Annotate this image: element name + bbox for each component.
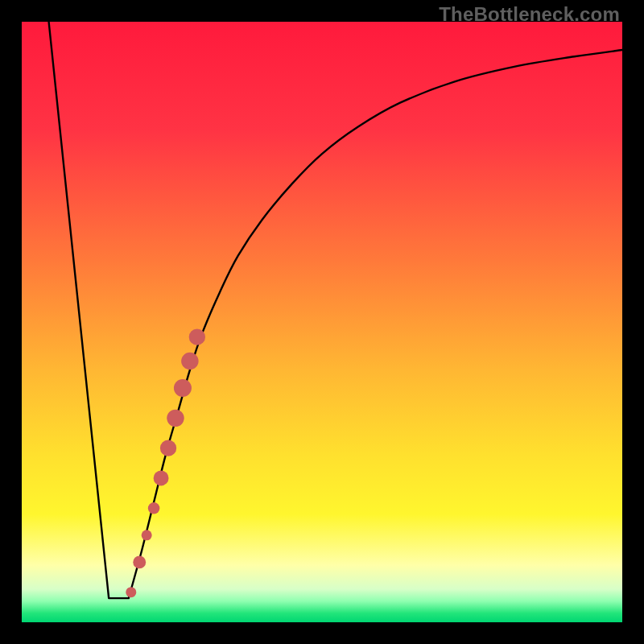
watermark-text: TheBottleneck.com — [439, 3, 620, 26]
data-dot — [133, 555, 146, 568]
data-dot — [160, 440, 176, 456]
data-dot — [181, 353, 198, 369]
chart-frame: TheBottleneck.com — [0, 0, 644, 644]
data-dot — [174, 379, 192, 397]
data-dot — [154, 471, 169, 486]
data-dot — [126, 587, 136, 597]
data-dot — [167, 410, 184, 427]
data-dot — [148, 502, 160, 514]
chart-background-gradient — [22, 22, 622, 622]
chart-svg — [22, 22, 622, 622]
data-dot — [189, 329, 205, 345]
data-dot — [142, 530, 152, 540]
chart-plot-area — [22, 22, 622, 622]
